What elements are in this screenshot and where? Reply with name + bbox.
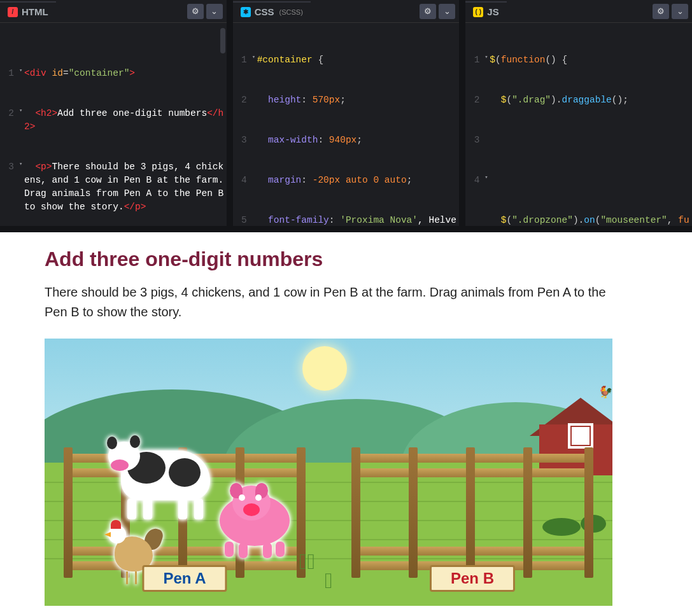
html-tab-label: HTML [22,6,48,17]
grass-icon: 𖥧 [325,568,332,593]
preview-area: Add three one-digit numbers There should… [0,232,692,616]
css-dropdown-button[interactable]: ⌄ [439,4,455,19]
pen-a-sign: Pen A [142,565,227,592]
sun-icon [302,346,347,391]
css-settings-button[interactable]: ⚙ [420,4,436,19]
js-tab[interactable]: ( ) JS [465,1,506,21]
chevron-down-icon: ⌄ [211,6,218,16]
scrollbar-thumb[interactable] [220,28,225,53]
css-tab-sublabel: (SCSS) [279,8,303,16]
gear-icon: ⚙ [192,6,199,16]
html-pane: / HTML ⚙ ⌄ 1▾<div id="container"> 2▾ <h2… [0,0,227,226]
page-title: Add three one-digit numbers [45,248,647,271]
css-code-editor[interactable]: 1▾#container { 2 height: 570px; 3 max-wi… [233,23,460,226]
html-settings-button[interactable]: ⚙ [187,4,204,19]
js-code-editor[interactable]: 1▾$(function() { 2 $(".drag").draggable(… [465,23,692,226]
cow-draggable[interactable] [108,438,216,514]
css-pane: ✱ CSS (SCSS) ⚙ ⌄ 1▾#container { 2 height… [233,0,460,226]
editor-row: / HTML ⚙ ⌄ 1▾<div id="container"> 2▾ <h2… [0,0,692,232]
pen-b-sign: Pen B [430,565,515,592]
js-settings-button[interactable]: ⚙ [653,4,669,19]
pen-a-dropzone[interactable]: Pen A [64,425,306,597]
page-description: There should be 3 pigs, 4 chickens, and … [45,283,624,322]
chevron-down-icon: ⌄ [444,6,451,16]
pen-b-dropzone[interactable]: Pen B [351,425,593,597]
html-tab[interactable]: / HTML [0,1,56,21]
css-pane-header: ✱ CSS (SCSS) ⚙ ⌄ [233,0,460,23]
pig-draggable[interactable] [213,486,296,556]
html-dropdown-button[interactable]: ⌄ [206,4,223,19]
gear-icon: ⚙ [657,6,665,16]
js-dropdown-button[interactable]: ⌄ [672,4,688,19]
html-icon: / [8,7,18,17]
chevron-down-icon: ⌄ [677,6,684,16]
js-tab-label: JS [487,6,498,17]
grass-icon: 𖥧𖥧 [299,549,315,574]
js-pane: ( ) JS ⚙ ⌄ 1▾$(function() { 2 $(".drag")… [465,0,692,226]
css-tab-label: CSS [255,6,274,17]
drag-drop-canvas[interactable]: 🐓 [45,339,612,606]
css-icon: ✱ [241,7,251,17]
html-code-editor[interactable]: 1▾<div id="container"> 2▾ <h2>Add three … [0,23,227,226]
js-icon: ( ) [473,7,483,17]
js-pane-header: ( ) JS ⚙ ⌄ [465,0,692,23]
gear-icon: ⚙ [424,6,432,16]
html-pane-header: / HTML ⚙ ⌄ [0,0,227,23]
css-tab[interactable]: ✱ CSS (SCSS) [233,1,311,21]
